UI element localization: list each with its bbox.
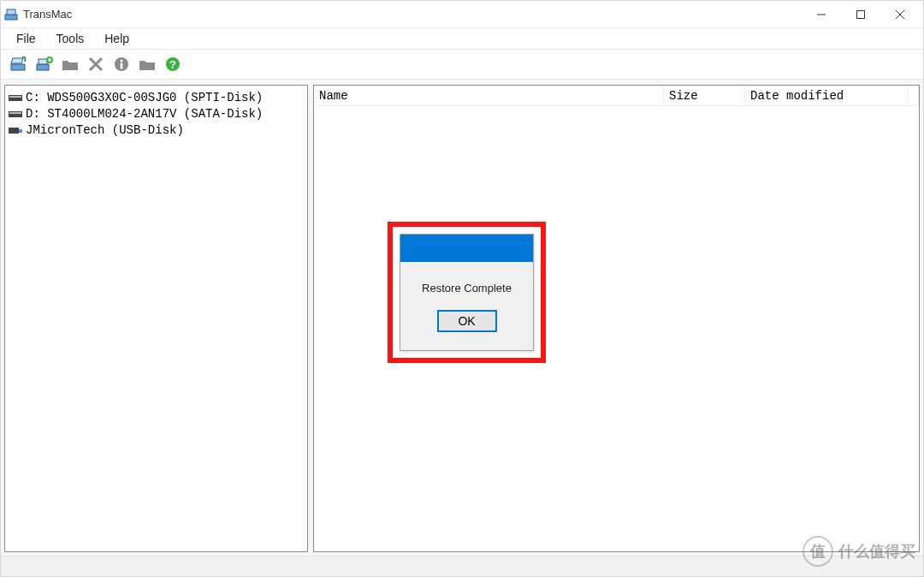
tree-item-label: D: ST4000LM024-2AN17V (SATA-Disk) (26, 107, 263, 121)
toolbar-explorer-icon[interactable] (136, 53, 158, 75)
toolbar-help-icon[interactable]: ? (162, 53, 184, 75)
svg-rect-6 (11, 64, 25, 70)
svg-text:?: ? (169, 58, 176, 71)
toolbar-delete-icon[interactable] (85, 53, 107, 75)
disk-icon (9, 92, 22, 103)
toolbar-add-disk-icon[interactable] (33, 53, 56, 75)
svg-rect-0 (5, 15, 17, 20)
watermark-text: 什么值得买 (838, 541, 915, 562)
svg-rect-7 (37, 64, 49, 70)
svg-rect-18 (9, 112, 21, 114)
restore-complete-dialog: Restore Complete OK (400, 234, 534, 351)
column-headers: Name Size Date modified (314, 86, 919, 106)
watermark: 值 什么值得买 (803, 536, 915, 567)
disk-tree-pane[interactable]: C: WDS500G3X0C-00SJG0 (SPTI-Disk) D: ST4… (4, 85, 308, 552)
tree-item[interactable]: D: ST4000LM024-2AN17V (SATA-Disk) (7, 105, 305, 122)
svg-rect-1 (7, 9, 15, 15)
svg-rect-12 (121, 63, 123, 69)
svg-rect-8 (38, 59, 47, 64)
svg-rect-20 (19, 129, 22, 133)
app-icon (4, 8, 18, 21)
svg-rect-16 (9, 96, 21, 98)
menu-tools[interactable]: Tools (46, 30, 95, 47)
tree-item[interactable]: JMicronTech (USB-Disk) (7, 122, 305, 138)
svg-rect-3 (857, 10, 865, 18)
column-date[interactable]: Date modified (745, 86, 908, 105)
toolbar-folder-icon[interactable] (59, 53, 81, 75)
menu-help[interactable]: Help (94, 30, 139, 47)
svg-rect-19 (9, 128, 19, 134)
statusbar (1, 556, 923, 576)
column-size[interactable]: Size (664, 86, 745, 105)
tree-item-label: C: WDS500G3X0C-00SJG0 (SPTI-Disk) (26, 91, 263, 104)
dialog-titlebar[interactable] (400, 235, 533, 262)
toolbar: ? (1, 49, 923, 80)
tree-item-label: JMicronTech (USB-Disk) (26, 123, 184, 137)
tree-item[interactable]: C: WDS500G3X0C-00SJG0 (SPTI-Disk) (7, 89, 305, 105)
toolbar-info-icon[interactable] (110, 53, 133, 75)
dialog-message: Restore Complete (422, 282, 512, 294)
titlebar: TransMac (1, 1, 923, 28)
menubar: File Tools Help (1, 28, 923, 49)
close-button[interactable] (880, 2, 920, 27)
disk-icon (9, 109, 22, 119)
maximize-button[interactable] (841, 2, 880, 27)
column-name[interactable]: Name (314, 86, 664, 105)
usb-disk-icon (9, 125, 22, 135)
toolbar-open-icon[interactable] (8, 53, 30, 75)
app-title: TransMac (23, 8, 72, 21)
watermark-badge: 值 (803, 536, 833, 567)
menu-file[interactable]: File (6, 30, 46, 47)
ok-button[interactable]: OK (437, 310, 497, 332)
svg-point-11 (121, 60, 123, 62)
minimize-button[interactable] (802, 2, 841, 27)
